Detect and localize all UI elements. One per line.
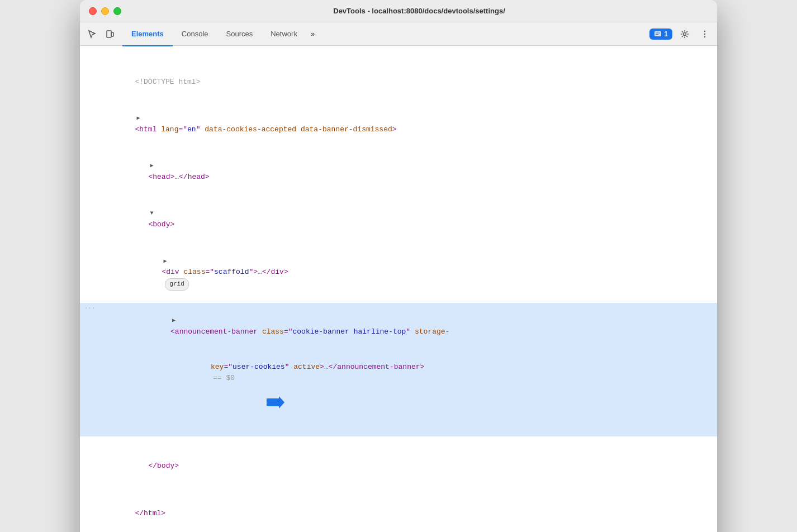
dom-tree: <!DOCTYPE html> ▶ <html lang="en" data-c… [80,46,717,532]
main-tabs: Elements Console Sources Network » [122,22,645,46]
tab-console[interactable]: Console [173,23,217,46]
dom-line-body: ▼ <body> [80,196,717,243]
svg-rect-1 [111,32,113,36]
more-options-button[interactable] [697,26,713,42]
current-element-arrow [214,384,284,424]
traffic-lights [89,7,121,15]
svg-rect-0 [107,31,111,37]
devtools-toolbar: Elements Console Sources Network » 1 [80,22,717,46]
svg-rect-2 [654,31,661,36]
minimize-button[interactable] [101,7,109,15]
dom-line-html: ▶ <html lang="en" data-cookies-accepted … [80,100,717,148]
svg-point-6 [704,36,705,37]
dom-line-body-close: </body> [80,436,717,484]
device-toggle-button[interactable] [102,26,118,42]
maximize-button[interactable] [113,7,121,15]
close-button[interactable] [89,7,97,15]
dom-line-head: ▶ <head>…</head> [80,148,717,195]
more-tabs-button[interactable]: » [306,22,319,46]
svg-point-4 [704,30,705,31]
tab-sources[interactable]: Sources [217,23,262,46]
toolbar-right: 1 [649,26,713,42]
svg-point-3 [684,32,686,35]
dom-line-scaffold: ▶ <div class="scaffold">…</div> grid [80,243,717,303]
svg-point-5 [704,33,705,34]
tab-elements[interactable]: Elements [122,23,173,46]
dom-line-html-close: </html> [80,484,717,531]
tab-network[interactable]: Network [262,23,306,46]
window-title: DevTools - localhost:8080/docs/devtools/… [130,7,708,15]
settings-button[interactable] [677,26,692,42]
grid-badge[interactable]: grid [165,278,188,291]
devtools-window: DevTools - localhost:8080/docs/devtools/… [80,0,717,532]
toolbar-icons [84,26,118,42]
titlebar: DevTools - localhost:8080/docs/devtools/… [80,0,717,22]
dom-line-doctype: <!DOCTYPE html> [80,53,717,100]
svg-marker-7 [267,396,284,408]
dom-line-announcement[interactable]: ··· ▶ <announcement-banner class="cookie… [80,303,717,437]
message-badge[interactable]: 1 [649,28,672,40]
inspect-element-button[interactable] [84,26,100,42]
